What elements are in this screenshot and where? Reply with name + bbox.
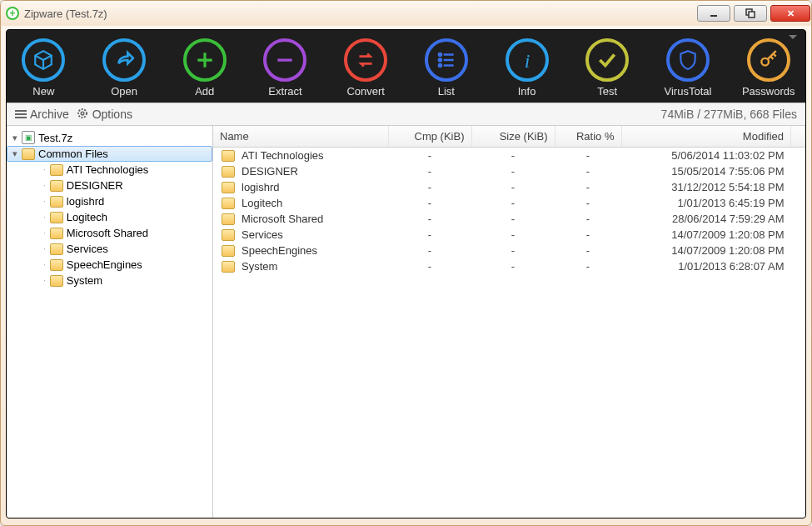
folder-icon xyxy=(50,243,63,255)
archive-menu[interactable]: Archive xyxy=(15,108,69,121)
folder-icon xyxy=(222,229,235,241)
tree-root[interactable]: ▾▣Test.7z xyxy=(7,129,212,146)
row-size: - xyxy=(471,258,555,274)
tree-item-label: Common Files xyxy=(38,148,108,160)
folder-icon xyxy=(22,148,35,160)
folder-icon xyxy=(222,198,235,209)
options-menu[interactable]: Options xyxy=(76,107,132,123)
row-ratio: - xyxy=(555,243,621,258)
folder-icon xyxy=(50,196,63,208)
gear-icon xyxy=(76,107,89,123)
tree-item-common-files[interactable]: ▾Common Files xyxy=(7,146,212,162)
table-row[interactable]: DESIGNER---15/05/2014 7:55:06 PM xyxy=(213,163,805,179)
row-modified: 14/07/2009 1:20:08 PM xyxy=(621,243,791,258)
row-modified: 15/05/2014 7:55:06 PM xyxy=(621,163,791,179)
svg-rect-2 xyxy=(749,12,755,18)
row-modified: 1/01/2013 6:28:07 AM xyxy=(621,258,791,274)
sub-toolbar: Archive Options 74MiB / 277MiB, 668 File… xyxy=(7,103,805,126)
new-button[interactable]: New xyxy=(13,38,74,98)
folder-icon xyxy=(222,166,235,178)
add-button[interactable]: Add xyxy=(174,38,235,98)
test-button[interactable]: Test xyxy=(577,38,638,98)
row-name: System xyxy=(242,260,277,273)
row-modified: 5/06/2014 11:03:02 PM xyxy=(621,148,791,164)
svg-point-15 xyxy=(81,112,84,115)
open-button[interactable]: Open xyxy=(94,38,155,98)
table-row[interactable]: Services---14/07/2009 1:20:08 PM xyxy=(213,227,805,243)
row-name: DESIGNER xyxy=(242,165,298,178)
window-title: Zipware (Test.7z) xyxy=(24,8,694,20)
row-name: Logitech xyxy=(242,197,282,209)
tree-item-microsoft-shared[interactable]: ·Microsoft Shared xyxy=(7,225,212,241)
tree-item-services[interactable]: ·Services xyxy=(7,241,212,257)
list-button[interactable]: List xyxy=(416,38,477,98)
tree-pane[interactable]: ▾▣Test.7z▾Common Files·ATI Technologies·… xyxy=(7,126,213,518)
app-window: + Zipware (Test.7z) ✕ NewOpenAddExtractC… xyxy=(0,0,812,526)
tree-item-logitech[interactable]: ·Logitech xyxy=(7,209,212,225)
convert-button[interactable]: Convert xyxy=(336,38,396,98)
tree-item-label: Logitech xyxy=(67,211,107,223)
close-button[interactable]: ✕ xyxy=(770,5,810,22)
folder-icon xyxy=(50,228,63,239)
svg-point-13 xyxy=(761,58,769,66)
status-text: 74MiB / 277MiB, 668 Files xyxy=(661,108,797,121)
table-row[interactable]: Microsoft Shared---28/06/2014 7:59:29 AM xyxy=(213,211,805,227)
folder-icon xyxy=(50,212,63,223)
table-row[interactable]: logishrd---31/12/2012 5:54:18 PM xyxy=(213,179,805,195)
add-label: Add xyxy=(195,85,214,98)
tree-item-label: Services xyxy=(67,243,108,255)
hamburger-icon xyxy=(15,108,27,120)
tree-item-label: SpeechEngines xyxy=(67,258,142,271)
table-row[interactable]: ATI Technologies---5/06/2014 11:03:02 PM xyxy=(213,148,805,164)
info-button[interactable]: iInfo xyxy=(496,38,557,98)
file-list-table: Name Cmp (KiB) Size (KiB) Ratio % Modifi… xyxy=(213,126,805,274)
tree-item-label: System xyxy=(67,274,102,287)
tree-item-system[interactable]: ·System xyxy=(7,273,212,288)
row-size: - xyxy=(471,227,555,243)
titlebar: + Zipware (Test.7z) ✕ xyxy=(1,1,811,26)
tree-item-label: ATI Technologies xyxy=(67,163,149,176)
row-size: - xyxy=(471,179,555,195)
list-label: List xyxy=(438,85,455,98)
tree-item-ati-technologies[interactable]: ·ATI Technologies xyxy=(7,162,212,178)
list-pane[interactable]: Name Cmp (KiB) Size (KiB) Ratio % Modifi… xyxy=(213,126,805,518)
row-size: - xyxy=(471,211,555,227)
minus-icon xyxy=(263,38,306,82)
extract-button[interactable]: Extract xyxy=(255,38,316,98)
row-ratio: - xyxy=(555,211,621,227)
passwords-button[interactable]: Passwords xyxy=(738,38,799,98)
col-size[interactable]: Size (KiB) xyxy=(471,126,555,148)
minimize-button[interactable] xyxy=(697,5,730,22)
row-ratio: - xyxy=(555,179,621,195)
table-row[interactable]: System---1/01/2013 6:28:07 AM xyxy=(213,258,805,274)
tree-item-label: logishrd xyxy=(67,195,105,208)
row-cmp: - xyxy=(388,163,471,179)
convert-label: Convert xyxy=(346,85,385,98)
row-cmp: - xyxy=(388,227,471,243)
folder-icon xyxy=(222,261,235,273)
open-label: Open xyxy=(111,85,137,98)
tree-item-logishrd[interactable]: ·logishrd xyxy=(7,193,212,209)
passwords-label: Passwords xyxy=(742,85,795,98)
row-size: - xyxy=(471,195,555,211)
swap-icon xyxy=(344,38,387,82)
tree-item-designer[interactable]: ·DESIGNER xyxy=(7,178,212,193)
row-cmp: - xyxy=(388,148,471,164)
inner-frame: NewOpenAddExtractConvertListiInfoTestVir… xyxy=(6,29,806,518)
col-spacer xyxy=(791,126,805,148)
row-modified: 14/07/2009 1:20:08 PM xyxy=(621,227,791,243)
shield-icon xyxy=(666,38,710,82)
list-icon xyxy=(425,38,468,82)
virustotal-button[interactable]: VirusTotal xyxy=(658,38,719,98)
table-row[interactable]: SpeechEngines---14/07/2009 1:20:08 PM xyxy=(213,243,805,258)
tree-item-label: Microsoft Shared xyxy=(67,227,148,239)
tree-item-speechengines[interactable]: ·SpeechEngines xyxy=(7,257,212,273)
col-cmp[interactable]: Cmp (KiB) xyxy=(388,126,471,148)
maximize-button[interactable] xyxy=(734,5,767,22)
table-row[interactable]: Logitech---1/01/2013 6:45:19 PM xyxy=(213,195,805,211)
col-ratio[interactable]: Ratio % xyxy=(555,126,621,148)
col-modified[interactable]: Modified xyxy=(621,126,791,148)
info-label: Info xyxy=(518,85,536,98)
row-size: - xyxy=(471,148,555,164)
col-name[interactable]: Name xyxy=(213,126,388,148)
